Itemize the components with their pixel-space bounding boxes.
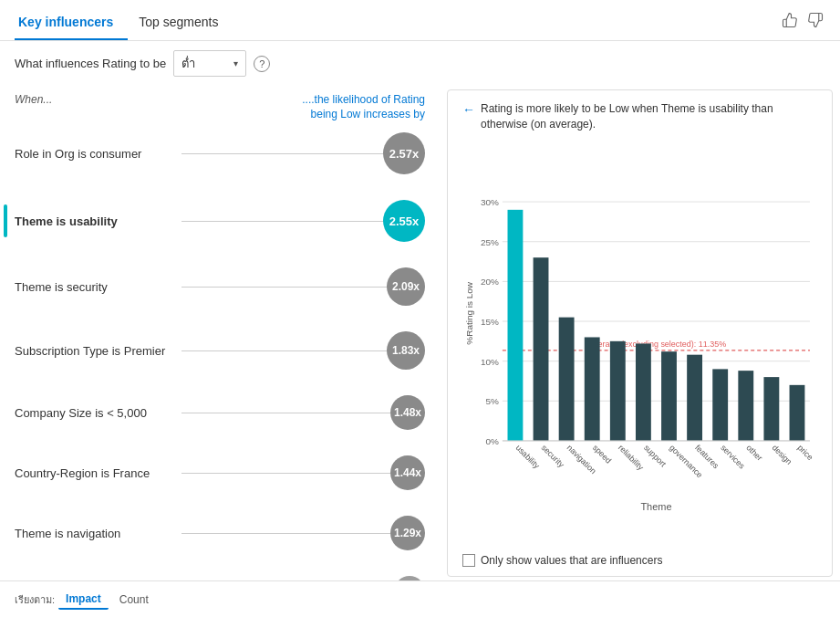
bar-line	[181, 350, 387, 351]
bar-line	[181, 221, 383, 222]
influencer-bubble: 1.44x	[390, 455, 425, 490]
influencer-bubble: 2.09x	[387, 267, 425, 306]
influencer-label: Theme is usability	[15, 214, 174, 228]
bar-line	[181, 413, 390, 413]
bar-line	[181, 287, 387, 288]
svg-text:design: design	[770, 443, 793, 466]
influencer-bubble: 1.48x	[390, 395, 425, 430]
svg-text:other: other	[744, 443, 764, 463]
influencer-bubble: 1.83x	[387, 331, 425, 370]
influencer-label: Theme is security	[15, 280, 174, 294]
bar-line	[181, 153, 383, 154]
thumbs-up-icon[interactable]	[782, 12, 800, 30]
thumbs-down-icon[interactable]	[807, 12, 825, 30]
svg-text:15%: 15%	[481, 317, 499, 327]
chevron-down-icon: ▾	[233, 58, 238, 68]
influencer-bubble: 1.20x	[394, 576, 425, 580]
influencer-bubble: 2.55x	[383, 200, 425, 242]
sort-tab-count[interactable]: Count	[112, 591, 156, 609]
likelihood-header: ....the likelihood of Rating being Low i…	[279, 93, 425, 121]
svg-text:25%: 25%	[481, 236, 499, 246]
bar-line	[181, 533, 390, 534]
svg-text:price: price	[796, 443, 815, 462]
influencer-list: Role in Org is consumer 2.57x Theme is u…	[15, 132, 432, 580]
svg-rect-36	[763, 377, 779, 441]
svg-rect-24	[610, 340, 626, 440]
tab-key-influencers[interactable]: Key influencers	[15, 9, 128, 40]
svg-text:speed: speed	[591, 443, 613, 465]
chart-svg: 30%25%20%15%10%5%0%Average (excluding se…	[462, 141, 817, 549]
filter-value: ต่ำ	[181, 54, 195, 73]
influencer-row[interactable]: Subscription Type is Premier 1.83x	[15, 331, 432, 370]
svg-text:reliability: reliability	[617, 443, 646, 472]
svg-rect-34	[738, 371, 753, 441]
influencer-row[interactable]: Theme is navigation 1.29x	[15, 516, 432, 550]
chart-area: 30%25%20%15%10%5%0%Average (excluding se…	[462, 141, 817, 567]
main-content: When... ....the likelihood of Rating bei…	[0, 86, 840, 580]
svg-text:Average (excluding selected): : Average (excluding selected): 11.35%	[588, 339, 726, 348]
influencer-bubble: 1.29x	[390, 516, 425, 550]
sort-tab-impact[interactable]: Impact	[58, 590, 109, 610]
influencer-row[interactable]: Theme is usability 2.55x	[15, 200, 432, 242]
svg-text:10%: 10%	[481, 356, 499, 366]
header-tabs: Key influencers Top segments	[0, 0, 840, 41]
influencer-row[interactable]: Theme is speed 1.20x	[15, 576, 432, 580]
left-panel: When... ....the likelihood of Rating bei…	[0, 86, 447, 580]
tabs-left: Key influencers Top segments	[15, 9, 240, 40]
svg-rect-16	[508, 209, 524, 440]
bar-line-container: 1.29x	[181, 516, 425, 550]
influencer-label: Company Size is < 5,000	[15, 406, 174, 420]
back-arrow[interactable]: ←	[462, 102, 475, 117]
svg-text:20%: 20%	[481, 277, 499, 287]
help-icon[interactable]: ?	[254, 56, 270, 72]
influencer-label: Role in Org is consumer	[15, 147, 174, 161]
header-icons	[782, 12, 825, 37]
sort-label: เรียงตาม:	[15, 591, 55, 608]
svg-rect-30	[687, 354, 702, 440]
column-headers: When... ....the likelihood of Rating bei…	[15, 93, 432, 129]
svg-rect-20	[559, 317, 575, 440]
bar-line-container: 2.57x	[181, 132, 425, 174]
svg-rect-28	[661, 351, 677, 441]
influencer-row[interactable]: Company Size is < 5,000 1.48x	[15, 395, 432, 430]
influencer-label: Subscription Type is Premier	[15, 344, 174, 358]
checkbox-row: Only show values that are influencers	[462, 554, 817, 567]
svg-text:services: services	[719, 443, 747, 471]
right-title: Rating is more likely to be Low when The…	[481, 101, 817, 132]
filter-label: What influences Rating to be	[15, 57, 166, 70]
svg-text:%Rating is Low: %Rating is Low	[464, 281, 474, 345]
when-header: When...	[15, 93, 52, 106]
influencer-row[interactable]: Theme is security 2.09x	[15, 267, 432, 306]
right-panel: ← Rating is more likely to be Low when T…	[447, 89, 833, 577]
filter-dropdown[interactable]: ต่ำ ▾	[173, 50, 246, 77]
svg-rect-38	[790, 384, 805, 440]
influencer-label: Theme is navigation	[15, 527, 174, 540]
svg-text:5%: 5%	[485, 396, 499, 406]
influencer-label: Country-Region is France	[15, 466, 174, 480]
svg-text:0%: 0%	[485, 436, 499, 446]
filter-bar: What influences Rating to be ต่ำ ▾ ?	[0, 41, 840, 86]
influencer-row[interactable]: Country-Region is France 1.44x	[15, 455, 432, 490]
svg-text:30%: 30%	[481, 197, 499, 207]
influencer-row[interactable]: Role in Org is consumer 2.57x	[15, 132, 432, 174]
bar-line-container: 2.55x	[181, 200, 425, 242]
svg-rect-32	[712, 369, 728, 441]
svg-text:security: security	[540, 443, 566, 469]
checkbox-label: Only show values that are influencers	[481, 554, 662, 567]
bar-line-container: 1.20x	[181, 576, 425, 580]
svg-rect-22	[585, 337, 600, 440]
influencer-bubble: 2.57x	[383, 132, 425, 174]
selected-indicator	[4, 204, 7, 237]
tab-top-segments[interactable]: Top segments	[135, 9, 233, 40]
bottom-bar: เรียงตาม: Impact Count	[0, 580, 840, 617]
svg-rect-26	[636, 343, 651, 440]
svg-rect-18	[534, 257, 549, 441]
bar-line	[181, 473, 390, 474]
bar-line-container: 1.44x	[181, 455, 425, 490]
svg-text:support: support	[642, 443, 669, 469]
influencers-only-checkbox[interactable]	[462, 554, 475, 567]
right-header: ← Rating is more likely to be Low when T…	[462, 101, 817, 132]
svg-text:Theme: Theme	[640, 500, 671, 511]
bar-line-container: 2.09x	[181, 267, 425, 306]
bar-line-container: 1.83x	[181, 331, 425, 370]
